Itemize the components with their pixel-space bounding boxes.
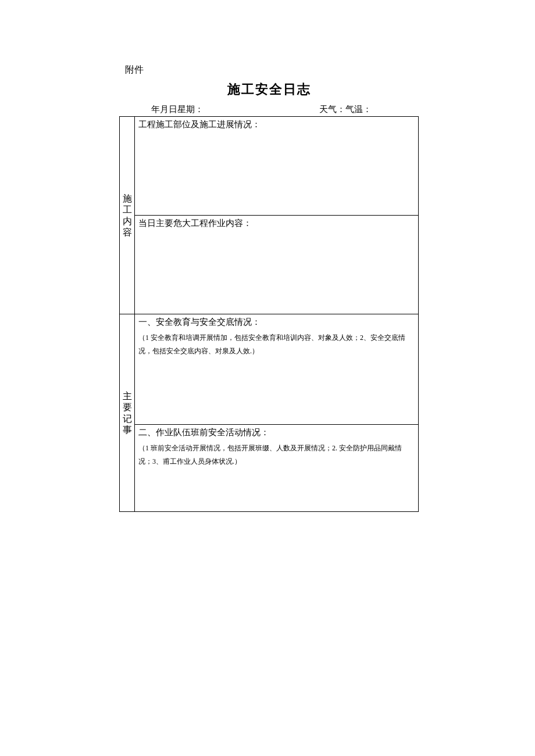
date-label: 年月日星期： — [151, 104, 204, 115]
progress-heading: 工程施工部位及施工进展情况： — [138, 119, 415, 130]
section2-heading: 二、作业队伍班前安全活动情况： — [138, 427, 415, 438]
weather-temp: 天气：气温： — [319, 104, 372, 115]
section1-cell: 一、安全教育与安全交底情况： （1 安全教育和培调开展情加，包括安全教育和培训内… — [135, 314, 419, 425]
page-title: 施工安全日志 — [119, 81, 419, 98]
section2-note: （1 班前安全活动开展情况，包括开展班缀、人数及开展情况；2. 安全防护用品同戴… — [138, 442, 415, 468]
weather-label: 天气： — [319, 105, 345, 114]
danger-heading: 当日主要危大工程作业内容： — [138, 218, 415, 229]
section1-heading: 一、安全教育与安全交底情况： — [138, 317, 415, 328]
danger-cell: 当日主要危大工程作业内容： — [135, 216, 419, 314]
progress-cell: 工程施工部位及施工进展情况： — [135, 117, 419, 216]
attachment-label: 附件 — [125, 64, 419, 76]
meta-row: 年月日星期： 天气：气温： — [119, 104, 419, 115]
section1-note: （1 安全教育和培调开展情加，包括安全教育和培训内容、对象及人效；2、安全交底情… — [138, 331, 415, 358]
main-notes-label: 主要记事 — [120, 314, 135, 512]
construction-content-label: 施工内容 — [120, 117, 135, 314]
temp-label: 气温： — [345, 105, 372, 114]
log-table: 施工内容 工程施工部位及施工进展情况： 当日主要危大工程作业内容： 主要记事 一… — [119, 116, 419, 512]
section2-cell: 二、作业队伍班前安全活动情况： （1 班前安全活动开展情况，包括开展班缀、人数及… — [135, 425, 419, 512]
